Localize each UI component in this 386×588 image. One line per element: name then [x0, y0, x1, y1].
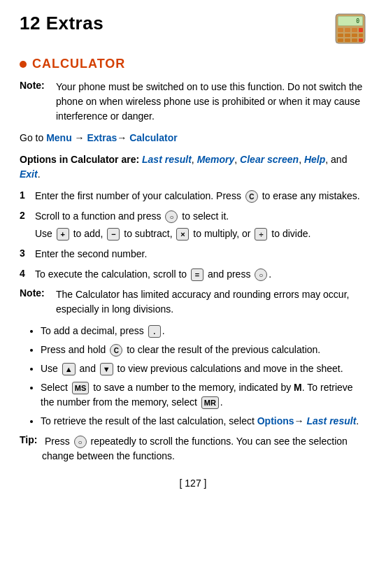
step-number-1: 1: [20, 189, 35, 201]
option-exit[interactable]: Exit: [20, 168, 38, 180]
note-block-2: Note: The Calculator has limited accurac…: [20, 287, 366, 317]
svg-rect-15: [359, 38, 363, 42]
step-number-3: 3: [20, 248, 35, 259]
step-content-2: Scroll to a function and press ○ to sele…: [35, 209, 366, 241]
multiply-icon: ×: [176, 228, 189, 241]
equals-icon: =: [191, 268, 203, 281]
goto-line: Go to Menu → Extras→ Calculator: [20, 131, 366, 145]
decimal-icon: .: [148, 325, 161, 338]
options-label: Options in Calculator are:: [20, 154, 142, 165]
step-4: 4 To execute the calculation, scroll to …: [20, 267, 366, 282]
bullet-list: To add a decimal, press .. Press and hol…: [41, 324, 366, 429]
list-item-memory: Select MS to save a number to the memory…: [41, 380, 366, 410]
list-item-scroll: Use ▲ and ▼ to view previous calculation…: [41, 361, 366, 376]
section-heading: CALCULATOR: [20, 57, 366, 71]
goto-arrow1: →: [72, 132, 87, 143]
step-content-1: Enter the first number of your calculati…: [35, 189, 366, 203]
nav-select-icon: ○: [255, 268, 267, 281]
svg-rect-9: [345, 34, 350, 37]
svg-rect-12: [338, 38, 343, 42]
goto-arrow2: →: [117, 132, 129, 143]
tip-text: Press ○ repeatedly to scroll the functio…: [42, 434, 366, 464]
step-number-4: 4: [20, 268, 35, 279]
calculator-link[interactable]: Calculator: [129, 132, 177, 143]
svg-rect-4: [338, 28, 343, 32]
up-arrow-icon: ▲: [62, 363, 76, 375]
divide-icon: ÷: [255, 228, 267, 241]
svg-rect-13: [345, 38, 350, 42]
section-bullet: [20, 61, 27, 68]
svg-rect-8: [338, 34, 343, 37]
nav-button-icon: ○: [165, 210, 178, 223]
menu-link[interactable]: Menu: [46, 132, 72, 143]
svg-rect-7: [359, 28, 363, 32]
ms-icon: MS: [72, 382, 90, 394]
goto-prefix: Go to: [20, 132, 46, 143]
note-label-2: Note:: [20, 287, 56, 317]
option-help[interactable]: Help: [304, 154, 325, 165]
svg-rect-14: [352, 38, 357, 42]
extras-link[interactable]: Extras: [87, 132, 117, 143]
note-block-1: Note: Your phone must be switched on to …: [20, 80, 366, 124]
svg-rect-6: [352, 28, 357, 32]
note-text-2: The Calculator has limited accuracy and …: [56, 287, 366, 317]
svg-text:0: 0: [356, 18, 359, 24]
step-number-2: 2: [20, 210, 35, 221]
note-text-1: Your phone must be switched on to use th…: [56, 80, 366, 124]
option-memory[interactable]: Memory: [197, 154, 235, 165]
option-clear-screen[interactable]: Clear screen: [240, 154, 299, 165]
step-1: 1 Enter the first number of your calcula…: [20, 189, 366, 203]
calculator-icon: 0: [334, 13, 366, 47]
list-item-last-result: To retrieve the result of the last calcu…: [41, 414, 366, 429]
section-title: CALCULATOR: [32, 57, 125, 71]
option-last-result[interactable]: Last result: [142, 154, 192, 165]
tip-scroll-icon: ○: [74, 436, 87, 448]
list-item-decimal: To add a decimal, press ..: [41, 324, 366, 338]
erase-button-icon: C: [245, 190, 258, 203]
page-content: 12 Extras 0: [0, 0, 386, 517]
step-2: 2 Scroll to a function and press ○ to se…: [20, 209, 366, 241]
step-2-sub: Use + to add, − to subtract, × to multip…: [35, 227, 366, 241]
page-number: [ 127 ]: [180, 478, 207, 489]
step-content-3: Enter the second number.: [35, 247, 366, 261]
hold-clear-icon: C: [110, 344, 122, 357]
chapter-title: 12 Extras: [20, 13, 103, 34]
options-link[interactable]: Options: [257, 415, 294, 426]
svg-rect-5: [345, 28, 350, 32]
step-3: 3 Enter the second number.: [20, 247, 366, 261]
options-line: Options in Calculator are: Last result, …: [20, 152, 366, 182]
last-result-link[interactable]: Last result: [307, 415, 357, 426]
plus-icon: +: [57, 228, 69, 241]
page-header: 12 Extras 0: [20, 13, 366, 47]
minus-icon: −: [107, 228, 120, 241]
tip-label: Tip:: [20, 434, 42, 464]
down-arrow-icon: ▼: [100, 363, 113, 375]
svg-rect-11: [359, 34, 363, 37]
page-footer: [ 127 ]: [20, 478, 366, 489]
tip-block: Tip: Press ○ repeatedly to scroll the fu…: [20, 434, 366, 464]
mr-icon: MR: [201, 396, 219, 409]
list-item-hold-clear: Press and hold C to clear the result of …: [41, 343, 366, 357]
svg-rect-10: [352, 34, 357, 37]
step-content-4: To execute the calculation, scroll to = …: [35, 267, 366, 282]
note-label-1: Note:: [20, 80, 56, 124]
